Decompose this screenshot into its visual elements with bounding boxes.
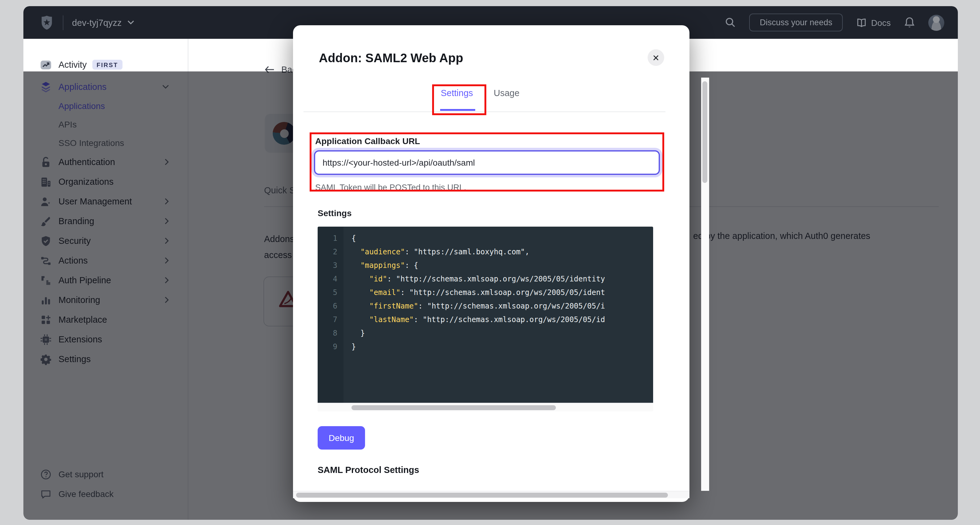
tenant-name: dev-tyj7qyzz (72, 18, 122, 27)
auth0-logo-icon[interactable] (40, 14, 54, 30)
code-line-4: "id": "http://schemas.xmlsoap.org/ws/200… (352, 272, 653, 286)
chevron-down-icon (127, 20, 134, 25)
addon-saml2-modal: Addon: SAML2 Web App ✕ Settings Usage Ap… (293, 25, 689, 502)
screen: dev-tyj7qyzz Discuss your needs Docs (0, 0, 980, 525)
user-avatar[interactable] (928, 14, 944, 30)
modal-title: Addon: SAML2 Web App (319, 51, 463, 65)
code-line-9: } (352, 340, 653, 353)
saml-protocol-settings-heading: SAML Protocol Settings (318, 465, 419, 475)
docs-label: Docs (871, 18, 891, 27)
close-icon[interactable]: ✕ (648, 49, 664, 66)
editor-scrollbar-thumb[interactable] (352, 405, 556, 410)
discuss-your-needs-button[interactable]: Discuss your needs (749, 14, 843, 31)
debug-button[interactable]: Debug (318, 426, 365, 450)
activity-icon (40, 59, 52, 70)
first-badge: FIRST (92, 60, 123, 70)
code-line-1: { (352, 231, 653, 245)
modal-horizontal-scrollbar-thumb[interactable] (296, 493, 668, 498)
code-line-3: "mappings": { (352, 259, 653, 272)
code-line-6: "firstName": "http://schemas.xmlsoap.org… (352, 299, 653, 313)
book-icon (856, 18, 867, 27)
callback-url-helper: SAML Token will be POSTed to this URL. (315, 183, 466, 192)
topbar-divider (63, 15, 64, 30)
editor-surface: 123456789 { "audience": "https://saml.bo… (318, 227, 653, 403)
modal-vertical-scrollbar[interactable] (701, 78, 709, 491)
modal-horizontal-scrollbar[interactable] (293, 491, 689, 498)
code-line-7: "lastName": "http://schemas.xmlsoap.org/… (352, 313, 653, 326)
editor-code[interactable]: { "audience": "https://saml.boxyhq.com",… (344, 227, 653, 403)
callback-url-label: Application Callback URL (315, 136, 420, 146)
sidebar-item-label: Activity (59, 60, 87, 70)
topbar-left: dev-tyj7qyzz (40, 6, 134, 39)
code-line-5: "email": "http://schemas.xmlsoap.org/ws/… (352, 286, 653, 299)
settings-json-label: Settings (318, 208, 352, 218)
tab-usage[interactable]: Usage (494, 88, 520, 98)
settings-json-editor[interactable]: 123456789 { "audience": "https://saml.bo… (318, 227, 653, 412)
tab-settings[interactable]: Settings (441, 88, 473, 98)
docs-link[interactable]: Docs (856, 18, 891, 27)
tenant-switcher[interactable]: dev-tyj7qyzz (72, 18, 134, 27)
editor-line-numbers: 123456789 (318, 227, 344, 403)
active-tab-underline (440, 109, 475, 111)
app-window: dev-tyj7qyzz Discuss your needs Docs (23, 6, 958, 520)
notifications-bell-icon[interactable] (904, 17, 915, 28)
code-line-2: "audience": "https://saml.boxyhq.com", (352, 245, 653, 259)
topbar-right: Discuss your needs Docs (725, 6, 944, 39)
editor-horizontal-scrollbar[interactable] (318, 403, 653, 412)
code-line-8: } (352, 326, 653, 340)
callback-url-input[interactable] (314, 150, 660, 175)
tabs-divider (304, 112, 665, 112)
modal-vertical-scrollbar-thumb[interactable] (702, 81, 707, 183)
search-icon[interactable] (725, 17, 736, 28)
